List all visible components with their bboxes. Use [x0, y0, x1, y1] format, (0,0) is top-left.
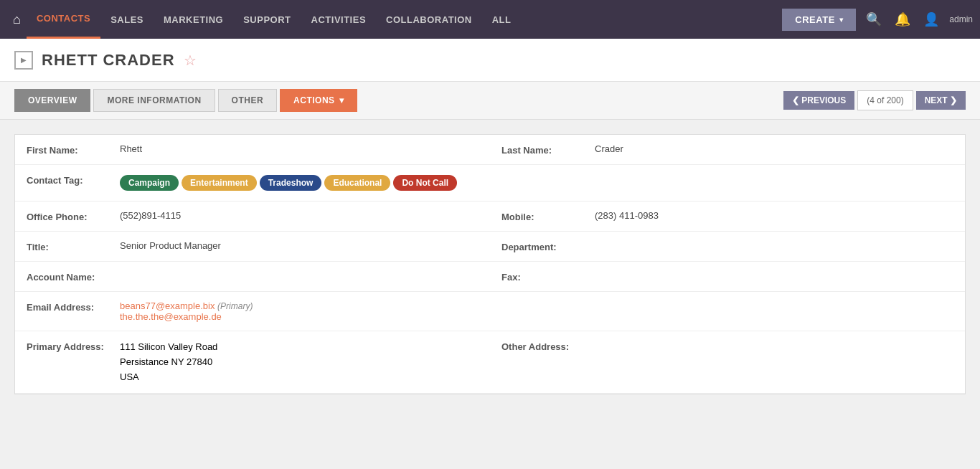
- last-name-cell: Last Name: Crader: [490, 135, 965, 165]
- user-avatar-icon[interactable]: 👤: [920, 9, 942, 30]
- play-button[interactable]: ▶: [14, 51, 33, 70]
- other-address-cell: Other Address:: [490, 331, 965, 394]
- contact-form: First Name: Rhett Last Name: Crader Cont…: [14, 134, 966, 394]
- office-phone-value: (552)891-4115: [120, 210, 479, 221]
- mobile-cell: Mobile: (283) 411-0983: [490, 202, 965, 232]
- first-name-value: Rhett: [120, 143, 479, 154]
- primary-address-label: Primary Address:: [27, 340, 120, 352]
- email-label: Email Address:: [27, 300, 120, 313]
- admin-label: admin: [949, 14, 973, 24]
- title-value: Senior Product Manager: [120, 240, 479, 251]
- previous-button[interactable]: ❮ PREVIOUS: [783, 91, 854, 110]
- notifications-icon[interactable]: 🔔: [892, 9, 913, 30]
- office-phone-cell: Office Phone: (552)891-4115: [15, 202, 490, 232]
- nav-support[interactable]: SUPPORT: [233, 0, 301, 39]
- first-name-label: First Name:: [27, 143, 120, 156]
- department-label: Department:: [501, 240, 595, 252]
- page-info: (4 of 200): [857, 90, 913, 110]
- title-cell: Title: Senior Product Manager: [15, 232, 490, 262]
- pagination: ❮ PREVIOUS (4 of 200) NEXT ❯: [783, 90, 966, 110]
- tab-actions[interactable]: ACTIONS ▾: [280, 89, 357, 112]
- tag-educational[interactable]: Educational: [324, 175, 390, 191]
- department-cell: Department:: [490, 232, 965, 262]
- tag-entertainment[interactable]: Entertainment: [182, 175, 257, 191]
- fax-cell: Fax:: [490, 262, 965, 292]
- tag-donotcall[interactable]: Do Not Call: [393, 175, 457, 191]
- other-address-label: Other Address:: [501, 340, 595, 352]
- account-name-cell: Account Name:: [15, 262, 490, 292]
- nav-collaboration[interactable]: COLLABORATION: [376, 0, 482, 39]
- home-icon[interactable]: ⌂: [7, 12, 27, 27]
- nav-marketing[interactable]: MARKETING: [154, 0, 233, 39]
- title-label: Title:: [27, 240, 120, 252]
- email-primary-link[interactable]: beans77@example.bix: [120, 300, 215, 311]
- create-caret-icon: ▾: [839, 16, 844, 24]
- next-button[interactable]: NEXT ❯: [916, 91, 966, 110]
- account-name-label: Account Name:: [27, 270, 120, 283]
- contact-tag-cell: Contact Tag: Campaign Entertainment Trad…: [15, 165, 965, 202]
- actions-caret-icon: ▾: [339, 95, 344, 105]
- main-content: First Name: Rhett Last Name: Crader Cont…: [0, 120, 980, 409]
- nav-contacts[interactable]: CONTACTS: [27, 0, 100, 39]
- primary-address-value: 111 Silicon Valley Road Persistance NY 2…: [120, 340, 217, 384]
- last-name-label: Last Name:: [501, 143, 595, 156]
- email-secondary-link[interactable]: the.the.the@example.de: [120, 311, 222, 322]
- fax-label: Fax:: [501, 270, 595, 283]
- nav-sales[interactable]: SALES: [100, 0, 154, 39]
- email-values: beans77@example.bix (Primary) the.the.th…: [120, 300, 253, 322]
- search-icon[interactable]: 🔍: [863, 9, 885, 30]
- mobile-value: (283) 411-0983: [595, 210, 953, 221]
- tab-bar: OVERVIEW MORE INFORMATION OTHER ACTIONS …: [0, 82, 980, 120]
- tag-campaign[interactable]: Campaign: [120, 175, 179, 191]
- tag-tradeshow[interactable]: Tradeshow: [260, 175, 322, 191]
- create-button[interactable]: CREATE ▾: [782, 9, 856, 31]
- tab-more-information[interactable]: MORE INFORMATION: [93, 89, 215, 112]
- tab-other[interactable]: OTHER: [218, 89, 278, 112]
- nav-all[interactable]: ALL: [482, 0, 522, 39]
- nav-activities[interactable]: ACTIVITIES: [301, 0, 377, 39]
- favorite-star-icon[interactable]: ☆: [184, 52, 197, 69]
- tab-overview[interactable]: OVERVIEW: [14, 89, 90, 112]
- tags-container: Campaign Entertainment Tradeshow Educati…: [120, 174, 460, 192]
- top-navigation: ⌂ CONTACTS SALES MARKETING SUPPORT ACTIV…: [0, 0, 980, 39]
- contact-subheader: ▶ RHETT CRADER ☆: [0, 39, 980, 82]
- primary-address-cell: Primary Address: 111 Silicon Valley Road…: [15, 331, 490, 394]
- last-name-value: Crader: [595, 143, 953, 154]
- mobile-label: Mobile:: [501, 210, 595, 222]
- email-primary-badge: (Primary): [217, 301, 253, 311]
- nav-actions-group: CREATE ▾ 🔍 🔔 👤 admin: [782, 9, 973, 31]
- contact-name: RHETT CRADER: [42, 51, 175, 70]
- email-cell: Email Address: beans77@example.bix (Prim…: [15, 292, 965, 331]
- office-phone-label: Office Phone:: [27, 210, 120, 222]
- first-name-cell: First Name: Rhett: [15, 135, 490, 165]
- contact-tag-label: Contact Tag:: [27, 174, 120, 186]
